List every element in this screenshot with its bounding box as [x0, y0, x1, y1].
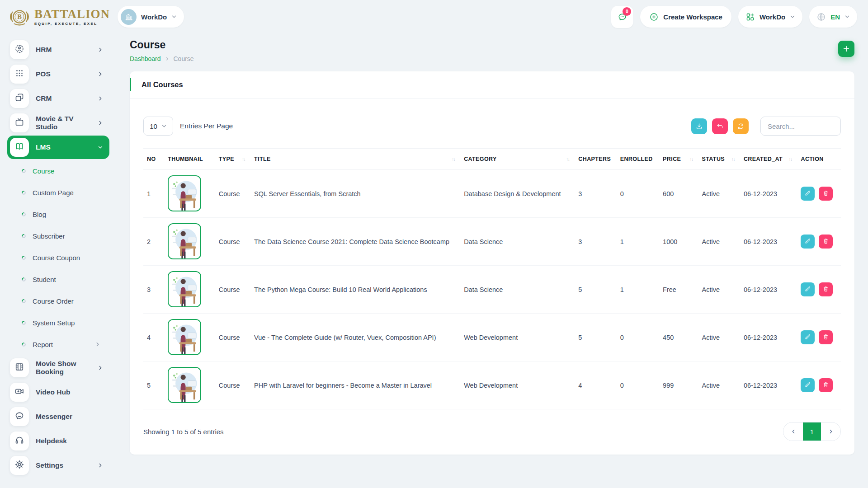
sidebar-item-messenger[interactable]: Messenger	[7, 405, 109, 428]
entries-per-page-select[interactable]: 10	[143, 117, 173, 136]
hrm-icon	[14, 44, 24, 56]
add-course-button[interactable]	[838, 41, 854, 57]
export-button[interactable]	[691, 118, 707, 134]
pagination-next-button[interactable]	[821, 422, 840, 441]
cell-enrolled: 1	[617, 266, 659, 314]
cell-type: Course	[215, 170, 250, 218]
cell-category: Data Science	[460, 266, 575, 314]
cell-type: Course	[215, 218, 250, 266]
edit-button[interactable]	[801, 378, 815, 392]
cell-title: SQL Server Essentials, from Scratch	[250, 170, 460, 218]
delete-button[interactable]	[819, 187, 833, 201]
sidebar-item-movie-tv-studio[interactable]: Movie & TV Studio	[7, 111, 109, 135]
lms-icon	[14, 141, 24, 153]
sidebar-subitem-student[interactable]: Student	[0, 268, 117, 290]
chevron-right-icon	[98, 71, 103, 77]
cell-category: Data Science	[460, 218, 575, 266]
sidebar-item-hrm[interactable]: HRM	[7, 38, 109, 61]
cell-price: 999	[659, 361, 698, 409]
edit-button[interactable]	[801, 330, 815, 344]
workspace-label: WorkDo	[141, 13, 167, 21]
sidebar-subitem-blog[interactable]: Blog	[0, 203, 117, 225]
language-selector[interactable]: EN	[809, 6, 857, 28]
sort-icon: ↑↓	[731, 157, 735, 162]
bullet-icon	[21, 190, 27, 196]
cell-status: Active	[698, 170, 740, 218]
column-header-category[interactable]: CATEGORY↑↓	[460, 149, 575, 170]
grid-plus-icon	[745, 12, 755, 22]
table-row: 3CourseThe Python Mega Course: Build 10 …	[143, 266, 841, 314]
sidebar-subitem-subscriber[interactable]: Subscriber	[0, 225, 117, 247]
delete-button[interactable]	[819, 235, 833, 249]
sidebar-nav: HRMPOSCRMMovie & TV StudioLMSCourseCusto…	[0, 38, 117, 477]
cell-title: PHP with Laravel for beginners - Become …	[250, 361, 460, 409]
row-actions	[801, 187, 837, 201]
column-header-status[interactable]: STATUS↑↓	[698, 149, 740, 170]
chevron-right-icon	[98, 96, 103, 101]
sidebar-item-icon-tile	[10, 89, 29, 108]
refresh-icon	[737, 122, 745, 130]
table-body: 1CourseSQL Server Essentials, from Scrat…	[143, 170, 841, 409]
cell-title: Vue - The Complete Guide (w/ Router, Vue…	[250, 314, 460, 361]
sidebar-item-crm[interactable]: CRM	[7, 87, 109, 110]
sidebar-subitem-course[interactable]: Course	[0, 160, 117, 182]
main-content: Course Dashboard Course All Courses 10	[117, 33, 868, 455]
sidebar-item-video-hub[interactable]: Video Hub	[7, 380, 109, 404]
row-actions	[801, 282, 837, 296]
workdo-menu-button[interactable]: WorkDo	[738, 6, 802, 28]
sidebar-item-helpdesk[interactable]: Helpdesk	[7, 429, 109, 453]
sidebar-item-settings[interactable]: Settings	[7, 454, 109, 477]
column-label: CHAPTERS	[578, 156, 611, 162]
trash-icon	[822, 286, 829, 294]
refresh-button[interactable]	[733, 118, 749, 134]
search-input[interactable]	[760, 117, 841, 136]
entries-per-page-label: Entries Per Page	[180, 122, 233, 130]
edit-button[interactable]	[801, 235, 815, 249]
courses-card: All Courses 10 Entries Per Page	[130, 71, 854, 455]
sidebar-item-icon-tile	[10, 407, 29, 426]
sidebar-item-pos[interactable]: POS	[7, 62, 109, 86]
delete-button[interactable]	[819, 282, 833, 296]
edit-button[interactable]	[801, 187, 815, 201]
create-workspace-button[interactable]: Create Workspace	[640, 6, 731, 28]
chevron-right-icon	[98, 463, 103, 468]
column-label: PRICE	[663, 156, 681, 162]
pagination-prev-button[interactable]	[783, 422, 803, 441]
sidebar-subitem-report[interactable]: Report	[0, 333, 117, 355]
trash-icon	[822, 238, 829, 246]
sidebar-item-movie-show-booking[interactable]: Movie Show Booking	[7, 356, 109, 380]
reset-button[interactable]	[712, 118, 728, 134]
sidebar-subitem-system-setup[interactable]: System Setup	[0, 312, 117, 333]
topbar: B BATTALION EQUIP, EXECUTE, EXEL WorkDo …	[0, 0, 868, 33]
trash-icon	[822, 333, 829, 342]
sidebar-subitem-label: Course	[33, 167, 54, 175]
sidebar-subitem-custom-page[interactable]: Custom Page	[0, 182, 117, 203]
sidebar-item-lms[interactable]: LMS	[7, 136, 109, 159]
sidebar-item-label: Settings	[36, 461, 91, 469]
workspace-selector[interactable]: WorkDo	[118, 6, 184, 28]
cell-created-at: 06-12-2023	[740, 266, 797, 314]
delete-button[interactable]	[819, 330, 833, 344]
sidebar-subitem-course-order[interactable]: Course Order	[0, 290, 117, 312]
delete-button[interactable]	[819, 378, 833, 392]
column-header-type[interactable]: TYPE↑↓	[215, 149, 250, 170]
cell-action	[797, 314, 841, 361]
column-label: THUMBNAIL	[168, 156, 203, 162]
chevron-right-icon	[98, 47, 103, 52]
table-row: 5CoursePHP with Laravel for beginners - …	[143, 361, 841, 409]
cell-thumbnail	[164, 170, 215, 218]
edit-button[interactable]	[801, 282, 815, 296]
column-header-title[interactable]: TITLE↑↓	[250, 149, 460, 170]
column-header-price[interactable]: PRICE↑↓	[659, 149, 698, 170]
cell-title: The Python Mega Course: Build 10 Real Wo…	[250, 266, 460, 314]
chevron-right-icon	[828, 429, 834, 434]
sidebar-subitem-label: Subscriber	[33, 232, 65, 240]
chat-button[interactable]: 0	[611, 6, 633, 28]
bullet-icon	[21, 320, 27, 326]
pagination-page-1[interactable]: 1	[803, 422, 821, 441]
breadcrumb-dashboard-link[interactable]: Dashboard	[130, 55, 161, 62]
cell-thumbnail	[164, 314, 215, 361]
column-header-created-at[interactable]: CREATED_AT↑↓	[740, 149, 797, 170]
sidebar-subitem-course-coupon[interactable]: Course Coupon	[0, 247, 117, 268]
cell-enrolled: 0	[617, 361, 659, 409]
